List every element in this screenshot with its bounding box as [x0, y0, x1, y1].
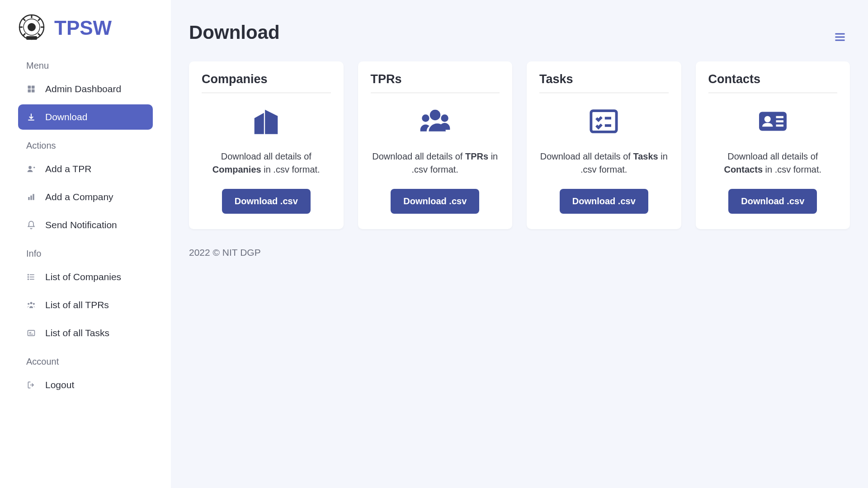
nav-label: Send Notification: [45, 220, 117, 230]
nav-admin-dashboard[interactable]: Admin Dashboard: [18, 76, 153, 102]
footer-text: 2022 © NIT DGP: [189, 247, 850, 258]
building-icon: [202, 103, 331, 139]
nav-label: List of all TPRs: [45, 300, 109, 310]
svg-rect-29: [28, 330, 35, 336]
svg-rect-19: [33, 194, 34, 200]
svg-point-35: [441, 114, 448, 122]
section-heading-menu: Menu: [26, 61, 153, 71]
svg-rect-15: [32, 89, 35, 93]
svg-point-26: [30, 302, 33, 304]
nav-label: Admin Dashboard: [45, 84, 121, 94]
nav-label: Add a TPR: [45, 164, 91, 174]
users-group-icon: [371, 103, 500, 139]
card-companies: Companies Download all details of Compan…: [189, 61, 344, 229]
nav-list-tasks[interactable]: List of all Tasks: [18, 320, 153, 346]
svg-line-8: [38, 33, 40, 36]
card-tprs: TPRs Download all details of TPRs in .cs…: [358, 61, 513, 229]
svg-point-27: [28, 303, 29, 305]
nav-add-tpr[interactable]: Add a TPR: [18, 156, 153, 182]
nav-list-tprs[interactable]: List of all TPRs: [18, 292, 153, 318]
card-desc: Download all details of TPRs in .csv for…: [371, 150, 500, 176]
svg-point-40: [764, 116, 771, 122]
svg-rect-18: [30, 196, 32, 200]
nav-logout[interactable]: Logout: [18, 372, 153, 398]
svg-point-16: [28, 166, 32, 169]
card-desc: Download all details of Tasks in .csv fo…: [539, 150, 669, 176]
nav-label: Logout: [45, 380, 74, 390]
logo-section[interactable]: TPSW: [18, 14, 153, 42]
page-title: Download: [189, 22, 850, 43]
card-desc: Download all details of Companies in .cs…: [202, 150, 331, 176]
svg-point-24: [28, 277, 29, 277]
nav-add-company[interactable]: Add a Company: [18, 184, 153, 210]
svg-point-23: [28, 274, 29, 275]
svg-rect-14: [28, 89, 31, 93]
card-desc: Download all details of Contacts in .csv…: [708, 150, 838, 176]
card-contacts: Contacts Download all details of Contact…: [696, 61, 850, 229]
main-content: Download Companies Download all details …: [171, 0, 868, 488]
svg-point-34: [422, 114, 429, 122]
nav-label: Add a Company: [45, 192, 113, 202]
download-tprs-button[interactable]: Download .csv: [391, 189, 479, 214]
nav-send-notification[interactable]: Send Notification: [18, 212, 153, 238]
hamburger-menu-icon[interactable]: [834, 31, 846, 45]
logo-text: TPSW: [54, 17, 112, 39]
users-icon: [26, 300, 36, 310]
building-chart-icon: [26, 192, 36, 202]
svg-line-7: [23, 19, 25, 21]
card-tasks: Tasks Download all details of Tasks in .…: [527, 61, 681, 229]
svg-rect-36: [591, 111, 617, 132]
bell-icon: [26, 220, 36, 230]
nav-label: List of Companies: [45, 272, 121, 282]
section-heading-account: Account: [26, 357, 153, 367]
svg-point-28: [33, 303, 35, 305]
person-plus-icon: [26, 164, 36, 174]
svg-line-9: [23, 33, 25, 36]
checklist-icon: [26, 328, 36, 338]
task-list-icon: [539, 103, 669, 139]
download-cards: Companies Download all details of Compan…: [189, 61, 850, 229]
svg-rect-17: [28, 197, 29, 200]
card-title: Contacts: [708, 72, 838, 93]
card-title: Companies: [202, 72, 331, 93]
download-companies-button[interactable]: Download .csv: [222, 189, 311, 214]
list-icon: [26, 272, 36, 282]
section-heading-actions: Actions: [26, 141, 153, 151]
svg-rect-11: [26, 36, 37, 40]
contact-card-icon: [708, 103, 838, 139]
card-title: TPRs: [371, 72, 500, 93]
logo-emblem-icon: [18, 14, 45, 42]
grid-icon: [26, 84, 36, 94]
svg-rect-12: [28, 86, 31, 89]
download-icon: [26, 112, 36, 122]
svg-point-25: [28, 279, 29, 280]
section-heading-info: Info: [26, 249, 153, 259]
download-contacts-button[interactable]: Download .csv: [728, 189, 817, 214]
logout-icon: [26, 380, 36, 390]
svg-line-10: [38, 19, 40, 21]
download-tasks-button[interactable]: Download .csv: [560, 189, 648, 214]
nav-label: List of all Tasks: [45, 328, 109, 338]
svg-point-2: [28, 23, 36, 31]
nav-download[interactable]: Download: [18, 104, 153, 130]
svg-point-33: [430, 109, 440, 120]
svg-rect-13: [32, 86, 35, 89]
card-title: Tasks: [539, 72, 669, 93]
sidebar: TPSW Menu Admin Dashboard Download Actio…: [0, 0, 171, 488]
nav-label: Download: [45, 112, 87, 122]
nav-list-companies[interactable]: List of Companies: [18, 264, 153, 290]
